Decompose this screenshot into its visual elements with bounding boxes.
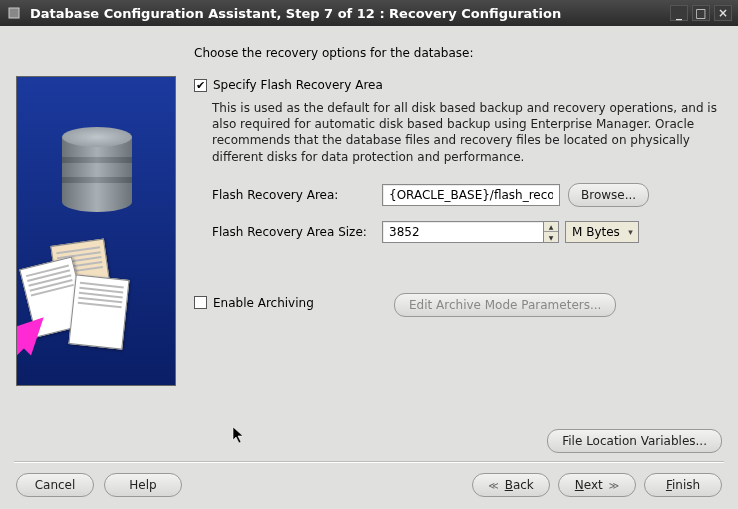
page-heading: Choose the recovery options for the data… (194, 46, 722, 60)
svg-rect-0 (9, 8, 19, 18)
titlebar: Database Configuration Assistant, Step 7… (0, 0, 738, 26)
edit-archive-params-label: Edit Archive Mode Parameters... (409, 298, 601, 312)
close-button[interactable]: × (714, 5, 732, 21)
fra-size-input[interactable] (382, 221, 544, 243)
file-location-variables-label: File Location Variables... (562, 434, 707, 448)
back-button[interactable]: ≪ Back (472, 473, 550, 497)
next-button-label: Next (575, 478, 603, 492)
chevron-right-icon: ≫ (609, 480, 619, 491)
back-button-label: Back (505, 478, 534, 492)
spinner-down-icon[interactable]: ▼ (544, 232, 558, 242)
window-controls: _ □ × (670, 5, 732, 21)
chevron-left-icon: ≪ (488, 480, 498, 491)
specify-fra-row: ✔ Specify Flash Recovery Area (194, 78, 722, 92)
maximize-button[interactable]: □ (692, 5, 710, 21)
browse-button[interactable]: Browse... (568, 183, 649, 207)
browse-button-label: Browse... (581, 188, 636, 202)
enable-archiving-label: Enable Archiving (213, 296, 314, 310)
cancel-button-label: Cancel (35, 478, 76, 492)
finish-button[interactable]: Finish (644, 473, 722, 497)
fra-size-label: Flash Recovery Area Size: (212, 225, 382, 239)
specify-fra-checkbox[interactable]: ✔ (194, 79, 207, 92)
file-location-variables-button[interactable]: File Location Variables... (547, 429, 722, 453)
fra-path-input[interactable] (382, 184, 560, 206)
cancel-button[interactable]: Cancel (16, 473, 94, 497)
database-cylinder-icon (62, 127, 132, 217)
spinner-up-icon[interactable]: ▲ (544, 222, 558, 233)
wizard-graphic (16, 76, 176, 386)
help-button-label: Help (129, 478, 156, 492)
enable-archiving-checkbox[interactable] (194, 296, 207, 309)
dbca-window: Database Configuration Assistant, Step 7… (0, 0, 738, 509)
main-area: Choose the recovery options for the data… (0, 26, 738, 429)
button-bar: Cancel Help ≪ Back Next ≫ Finish (0, 463, 738, 509)
document-icon (68, 274, 129, 349)
fra-size-unit-value: M Bytes (572, 225, 620, 239)
minimize-button[interactable]: _ (670, 5, 688, 21)
app-icon (6, 5, 22, 21)
next-button[interactable]: Next ≫ (558, 473, 636, 497)
specify-fra-description: This is used as the default for all disk… (212, 100, 722, 165)
fra-size-unit-select[interactable]: M Bytes (565, 221, 639, 243)
form-area: Choose the recovery options for the data… (194, 40, 722, 419)
finish-button-label: Finish (666, 478, 700, 492)
fra-size-spinner[interactable]: ▲ ▼ (543, 221, 559, 243)
edit-archive-params-button: Edit Archive Mode Parameters... (394, 293, 616, 317)
file-location-row: File Location Variables... (0, 429, 738, 461)
enable-archiving-row: Enable Archiving (194, 296, 394, 310)
fra-path-row: Flash Recovery Area: Browse... (212, 183, 722, 207)
window-title: Database Configuration Assistant, Step 7… (30, 6, 670, 21)
help-button[interactable]: Help (104, 473, 182, 497)
specify-fra-label: Specify Flash Recovery Area (213, 78, 383, 92)
fra-path-label: Flash Recovery Area: (212, 188, 382, 202)
content-area: Choose the recovery options for the data… (0, 26, 738, 509)
archive-section: Enable Archiving Edit Archive Mode Param… (194, 293, 722, 317)
fra-size-row: Flash Recovery Area Size: ▲ ▼ M Bytes (212, 221, 722, 243)
